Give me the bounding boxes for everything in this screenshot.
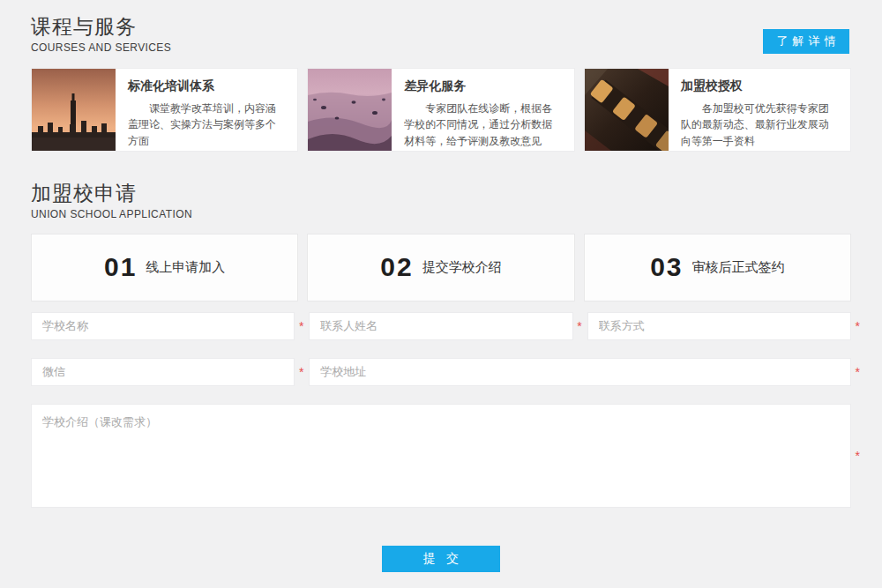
required-asterisk: * bbox=[299, 320, 303, 332]
required-asterisk: * bbox=[577, 320, 581, 332]
service-card-title: 差异化服务 bbox=[404, 78, 562, 94]
courses-section-header: 课程与服务 COURSES AND SERVICES bbox=[31, 0, 851, 54]
application-section-header: 加盟校申请 UNION SCHOOL APPLICATION bbox=[31, 152, 851, 220]
step-box-2: 02 提交学校介绍 bbox=[307, 234, 574, 301]
courses-section-subtitle: COURSES AND SERVICES bbox=[31, 41, 851, 54]
service-card-desc: 课堂教学改革培训，内容涵盖理论、实操方法与案例等多个方面 bbox=[128, 100, 286, 150]
school-name-field: * bbox=[31, 312, 295, 340]
service-card-differentiated-service: 差异化服务 专家团队在线诊断，根据各学校的不同情况，通过分析数据材料等，给予评测… bbox=[307, 68, 574, 152]
step-number: 01 bbox=[104, 252, 137, 282]
step-label: 审核后正式签约 bbox=[692, 259, 785, 276]
service-card-body: 标准化培训体系 课堂教学改革培训，内容涵盖理论、实操方法与案例等多个方面 bbox=[116, 69, 297, 151]
courses-section-title: 课程与服务 bbox=[31, 14, 851, 40]
wechat-field: * bbox=[31, 358, 295, 386]
contact-name-field: * bbox=[309, 312, 572, 340]
service-card-body: 差异化服务 专家团队在线诊断，根据各学校的不同情况，通过分析数据材料等，给予评测… bbox=[392, 69, 573, 151]
contact-method-input[interactable] bbox=[587, 312, 851, 340]
step-label: 提交学校介绍 bbox=[422, 259, 502, 276]
step-box-1: 01 线上申请加入 bbox=[31, 234, 298, 301]
required-asterisk: * bbox=[299, 366, 303, 378]
required-asterisk: * bbox=[856, 450, 860, 462]
desert-dusk-image bbox=[308, 69, 392, 151]
service-card-title: 加盟校授权 bbox=[681, 78, 839, 94]
application-section-title: 加盟校申请 bbox=[31, 181, 851, 206]
school-address-field: * bbox=[309, 358, 851, 386]
submit-row: 提交 bbox=[31, 546, 851, 572]
school-intro-field: * bbox=[31, 404, 851, 508]
wechat-input[interactable] bbox=[31, 358, 295, 386]
school-intro-textarea[interactable] bbox=[31, 404, 851, 508]
required-asterisk: * bbox=[856, 320, 860, 332]
step-label: 线上申请加入 bbox=[146, 259, 225, 276]
film-strip-image bbox=[585, 69, 669, 151]
submit-button[interactable]: 提交 bbox=[382, 546, 500, 572]
step-box-3: 03 审核后正式签约 bbox=[584, 234, 851, 301]
learn-more-button[interactable]: 了解详情 bbox=[763, 29, 849, 54]
city-sunset-image bbox=[32, 69, 116, 151]
service-card-franchise-authorization: 加盟校授权 各加盟校可优先获得专家团队的最新动态、最新行业发展动向等第一手资料 bbox=[584, 68, 851, 152]
step-number: 02 bbox=[380, 252, 413, 282]
application-form: * * * * * * bbox=[31, 312, 851, 508]
school-address-input[interactable] bbox=[309, 358, 851, 386]
franchise-page: 课程与服务 COURSES AND SERVICES 了解详情 bbox=[0, 0, 882, 588]
required-asterisk: * bbox=[856, 366, 860, 378]
service-card-standard-training: 标准化培训体系 课堂教学改革培训，内容涵盖理论、实操方法与案例等多个方面 bbox=[31, 68, 298, 152]
school-name-input[interactable] bbox=[31, 312, 295, 340]
service-card-title: 标准化培训体系 bbox=[128, 78, 286, 94]
application-steps-row: 01 线上申请加入 02 提交学校介绍 03 审核后正式签约 bbox=[31, 234, 851, 301]
service-card-desc: 各加盟校可优先获得专家团队的最新动态、最新行业发展动向等第一手资料 bbox=[681, 100, 839, 150]
step-number: 03 bbox=[650, 252, 683, 282]
service-cards-row: 标准化培训体系 课堂教学改革培训，内容涵盖理论、实操方法与案例等多个方面 bbox=[31, 68, 851, 152]
contact-name-input[interactable] bbox=[309, 312, 572, 340]
contact-method-field: * bbox=[587, 312, 851, 340]
service-card-desc: 专家团队在线诊断，根据各学校的不同情况，通过分析数据材料等，给予评测及教改意见 bbox=[404, 100, 562, 150]
service-card-body: 加盟校授权 各加盟校可优先获得专家团队的最新动态、最新行业发展动向等第一手资料 bbox=[669, 69, 850, 151]
application-section-subtitle: UNION SCHOOL APPLICATION bbox=[31, 208, 851, 220]
